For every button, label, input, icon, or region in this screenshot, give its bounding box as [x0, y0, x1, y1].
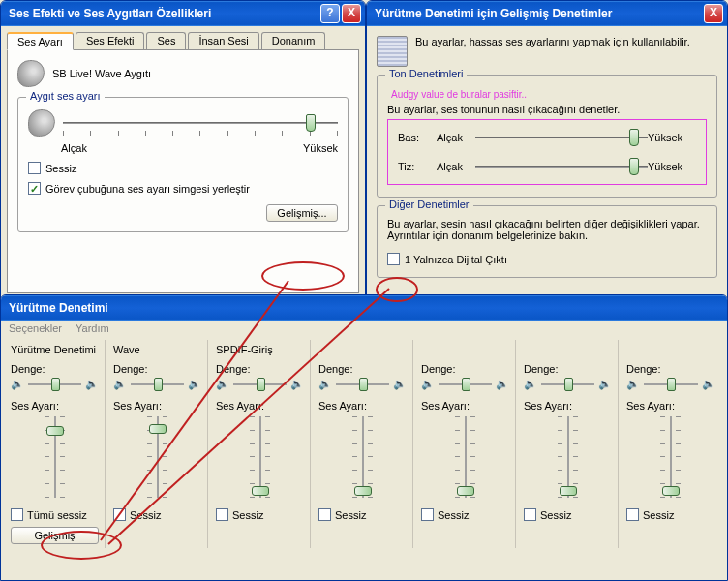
sounds-properties-dialog: Ses Efekti ve Ses Aygıtları Özellikleri …: [0, 0, 366, 310]
mute-label: Sessiz: [232, 509, 263, 521]
bass-slider[interactable]: [475, 128, 648, 147]
balance-slider[interactable]: [336, 377, 389, 392]
mute-all-checkbox[interactable]: [11, 508, 23, 521]
volume-slider[interactable]: [248, 416, 273, 498]
device-volume-group: Aygıt ses ayarı Alçak Yüksek: [17, 97, 349, 232]
channel-advanced-button[interactable]: Gelişmiş: [11, 527, 99, 544]
channel-title: Yürütme Denetimi: [11, 344, 99, 357]
mute-checkbox[interactable]: [524, 508, 536, 521]
mute-checkbox[interactable]: [421, 508, 434, 521]
treble-slider[interactable]: [475, 157, 648, 176]
other-group-title: Diğer Denetimler: [385, 199, 473, 210]
volume-slider[interactable]: [453, 416, 478, 498]
balance-slider[interactable]: [439, 377, 492, 392]
speaker-right-icon: 🔈: [393, 378, 407, 391]
balance-slider[interactable]: [131, 377, 184, 392]
advanced-button[interactable]: Gelişmiş...: [266, 204, 338, 222]
balance-slider[interactable]: [28, 377, 81, 392]
treble-label: Tiz:: [398, 161, 437, 172]
mute-checkbox[interactable]: [626, 508, 639, 521]
close-button[interactable]: X: [704, 4, 723, 23]
balance-slider[interactable]: [644, 377, 698, 392]
mixer-channel: Denge:🔈🔈Ses Ayarı:Sessiz: [415, 340, 516, 548]
mixer-channel: WaveDenge:🔈🔈Ses Ayarı:Sessiz: [107, 340, 208, 548]
other-controls-group: Diğer Denetimler Bu ayarlar, sesin nasıl…: [377, 205, 717, 278]
mixer-channels: Yürütme DenetimiDenge:🔈🔈Ses Ayarı:Tümü s…: [1, 336, 727, 552]
tone-group-title: Ton Denetimleri: [385, 68, 467, 79]
tone-highlight-box: Bas: Alçak Yüksek Tiz: Alçak Yüksek: [387, 119, 707, 185]
digital-output-checkbox[interactable]: [387, 253, 400, 265]
menu-options[interactable]: Seçenekler: [9, 322, 62, 334]
speaker-left-icon: 🔈: [318, 378, 332, 391]
device-volume-slider[interactable]: [63, 113, 338, 133]
channel-title: SPDIF-Giriş: [216, 344, 304, 357]
device-volume-title: Aygıt ses ayarı: [26, 90, 105, 102]
speaker-right-icon: 🔈: [188, 378, 201, 391]
volume-slider[interactable]: [43, 416, 68, 498]
dialog-description: Bu ayarlar, hassas ses ayarlarını yapmak…: [415, 36, 690, 47]
volume-label: Ses Ayarı:: [318, 400, 407, 412]
volume-label: Ses Ayarı:: [11, 400, 99, 412]
window-title: Yürütme Denetimi: [9, 301, 108, 315]
volume-label: Ses Ayarı:: [524, 400, 612, 412]
volume-label: Ses Ayarı:: [421, 400, 509, 412]
volume-slider[interactable]: [145, 416, 170, 498]
speaker-icon: [28, 109, 55, 137]
low-label: Alçak: [437, 161, 475, 172]
balance-label: Denge:: [113, 363, 201, 375]
mute-checkbox[interactable]: [216, 508, 228, 521]
titlebar[interactable]: Ses Efekti ve Ses Aygıtları Özellikleri …: [1, 1, 365, 26]
dialog-title: Yürütme Denetimi için Gelişmiş Denetimle…: [375, 7, 612, 20]
digital-output-label: 1 Yalnızca Dijital Çıktı: [405, 254, 507, 265]
volume-slider[interactable]: [350, 416, 376, 498]
mute-label: Sessiz: [130, 509, 161, 521]
close-button[interactable]: X: [342, 4, 361, 23]
speaker-right-icon: 🔈: [598, 378, 612, 391]
balance-label: Denge:: [524, 363, 612, 375]
mixer-icon: [377, 36, 408, 67]
annotation-text: Audgy value de buralar pasiftir..: [391, 89, 707, 100]
titlebar[interactable]: Yürütme Denetimi: [1, 295, 727, 321]
volume-slider[interactable]: [556, 416, 581, 498]
tone-description: Bu ayarlar, ses tonunun nasıl çıkacağını…: [387, 104, 707, 115]
speaker-right-icon: 🔈: [290, 378, 304, 391]
volume-label: Ses Ayarı:: [216, 400, 304, 412]
mixer-channel: Denge:🔈🔈Ses Ayarı:Sessiz: [621, 340, 721, 548]
help-button[interactable]: ?: [320, 4, 340, 23]
channel-title: [524, 344, 612, 357]
mute-checkbox[interactable]: [28, 162, 41, 174]
channel-title: Wave: [113, 344, 201, 357]
balance-slider[interactable]: [541, 377, 594, 392]
mute-checkbox[interactable]: [318, 508, 331, 521]
high-label: Yüksek: [648, 132, 696, 143]
taskbar-icon-checkbox[interactable]: [28, 182, 41, 195]
menu-help[interactable]: Yardım: [76, 322, 109, 334]
balance-slider[interactable]: [233, 377, 287, 392]
tab-ses-efekti[interactable]: Ses Efekti: [76, 32, 145, 50]
slider-high-label: Yüksek: [303, 142, 338, 154]
balance-label: Denge:: [318, 363, 407, 375]
volume-slider[interactable]: [658, 416, 683, 498]
mixer-channel: Yürütme DenetimiDenge:🔈🔈Ses Ayarı:Tümü s…: [5, 340, 106, 548]
mute-checkbox[interactable]: [113, 508, 126, 521]
speaker-left-icon: 🔈: [216, 378, 229, 391]
speaker-left-icon: 🔈: [626, 378, 640, 391]
volume-label: Ses Ayarı:: [113, 400, 201, 412]
low-label: Alçak: [437, 132, 475, 143]
device-name: SB Live! Wave Aygıtı: [52, 68, 151, 79]
tab-ses[interactable]: Ses: [146, 32, 186, 50]
mute-label: Sessiz: [335, 509, 366, 521]
titlebar[interactable]: Yürütme Denetimi için Gelişmiş Denetimle…: [367, 1, 727, 26]
mute-label: Sessiz: [46, 163, 76, 174]
channel-title: [421, 344, 509, 357]
volume-label: Ses Ayarı:: [626, 400, 715, 412]
balance-label: Denge:: [216, 363, 304, 375]
mute-label: Sessiz: [438, 509, 469, 521]
tab-ses-ayari[interactable]: Ses Ayarı: [7, 32, 74, 50]
slider-low-label: Alçak: [61, 142, 87, 154]
tab-insan-sesi[interactable]: İnsan Sesi: [188, 32, 258, 50]
tab-donanim[interactable]: Donanım: [261, 32, 326, 50]
high-label: Yüksek: [648, 161, 696, 172]
other-desc-2: Ayrıntılar için donanım belgelerinize ba…: [387, 229, 707, 241]
speaker-icon: [17, 60, 45, 87]
